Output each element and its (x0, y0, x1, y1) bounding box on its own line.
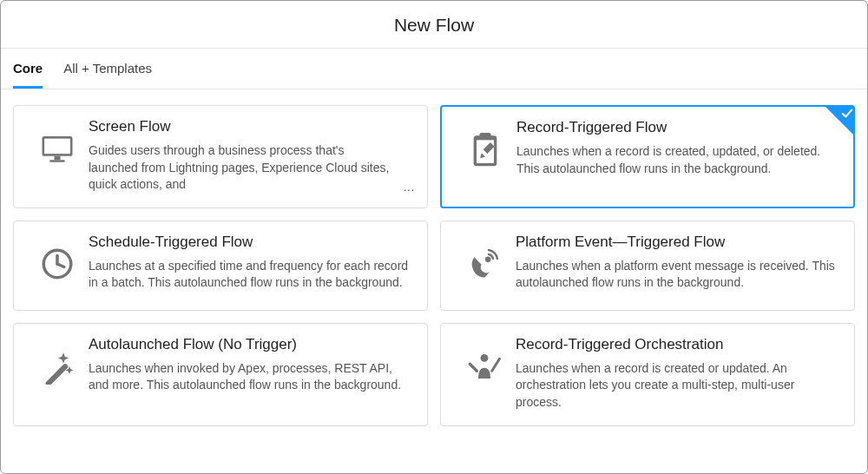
card-description: Launches at a specified time and frequen… (89, 258, 415, 292)
svg-rect-3 (49, 160, 65, 162)
card-description: Launches when a record is created, updat… (516, 143, 841, 177)
clock-icon (26, 234, 89, 282)
svg-rect-1 (44, 139, 70, 155)
clipboard-edit-icon (454, 119, 516, 169)
card-title: Autolaunched Flow (No Trigger) (89, 336, 415, 353)
satellite-icon (453, 234, 516, 280)
card-title: Screen Flow (89, 118, 396, 135)
card-platform-event-triggered-flow[interactable]: Platform Event—Triggered Flow Launches w… (440, 221, 855, 311)
svg-rect-2 (55, 156, 61, 160)
page-title: New Flow (1, 1, 867, 49)
card-schedule-triggered-flow[interactable]: Schedule-Triggered Flow Launches at a sp… (13, 221, 428, 311)
tab-all-templates[interactable]: All + Templates (63, 49, 152, 89)
card-description: Launches when a record is created or upd… (516, 360, 842, 411)
card-description: Launches when invoked by Apex, processes… (89, 360, 415, 394)
card-autolaunched-flow[interactable]: Autolaunched Flow (No Trigger) Launches … (13, 323, 428, 426)
svg-line-11 (57, 264, 64, 267)
svg-rect-7 (481, 133, 490, 139)
card-record-triggered-flow[interactable]: Record-Triggered Flow Launches when a re… (440, 105, 855, 208)
selected-indicator (825, 106, 854, 135)
flow-type-cards: Screen Flow Guides users through a busin… (1, 89, 867, 438)
card-record-triggered-orchestration[interactable]: Record-Triggered Orchestration Launches … (440, 323, 855, 426)
card-title: Schedule-Triggered Flow (89, 234, 415, 251)
svg-point-12 (485, 256, 491, 262)
tab-core[interactable]: Core (13, 49, 43, 89)
card-description: Launches when a platform event message i… (516, 258, 842, 292)
card-title: Platform Event—Triggered Flow (516, 234, 842, 251)
screen-icon (26, 118, 89, 167)
card-title: Record-Triggered Orchestration (516, 336, 842, 353)
card-title: Record-Triggered Flow (516, 119, 841, 136)
truncation-ellipsis: … (396, 180, 415, 194)
card-screen-flow[interactable]: Screen Flow Guides users through a busin… (13, 105, 428, 208)
tabs: Core All + Templates (1, 49, 867, 89)
svg-point-14 (481, 354, 489, 362)
magic-wand-icon (26, 336, 89, 385)
conductor-icon (453, 336, 516, 385)
svg-rect-13 (45, 363, 69, 385)
new-flow-dialog: New Flow Core All + Templates Screen Flo… (0, 0, 868, 474)
card-description: Guides users through a business process … (89, 142, 396, 194)
